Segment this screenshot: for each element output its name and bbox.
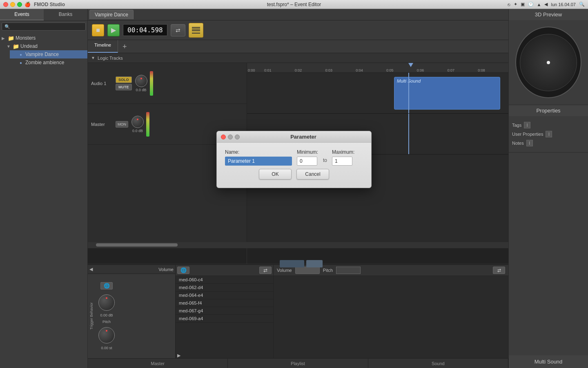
playhead-triangle xyxy=(408,63,413,67)
loop-button[interactable]: ⇄ xyxy=(171,24,185,36)
time-display: 00:04.598 xyxy=(123,24,167,36)
cancel-button[interactable]: Cancel xyxy=(296,169,329,180)
mon-button[interactable]: MON xyxy=(116,121,128,128)
dialog-close[interactable] xyxy=(221,135,226,139)
playlist-loop-btn[interactable]: ⇄ xyxy=(259,267,272,274)
volume-knob[interactable] xyxy=(135,75,147,87)
close-button[interactable] xyxy=(3,2,8,7)
minimize-button[interactable] xyxy=(10,2,15,7)
ruler-tick-8: 0:08 xyxy=(478,68,508,72)
dialog-maximize[interactable] xyxy=(235,135,240,139)
dialog-minimize[interactable] xyxy=(228,135,233,139)
search-icon[interactable]: 🔍 xyxy=(579,2,585,7)
left-panel: Events Banks ▶ 📁 Monsters ▼ 📁 Undead xyxy=(0,9,88,368)
search-input[interactable] xyxy=(2,22,86,31)
add-tab-button[interactable]: + xyxy=(118,40,131,53)
playhead-line xyxy=(408,73,409,113)
properties-section: Properties Tags I User Properties I Note… xyxy=(509,105,588,153)
playlist-item[interactable]: med-060-c4 xyxy=(176,276,273,284)
glob-button[interactable]: 🌐 xyxy=(100,282,113,289)
audio1-controls: SOLO MUTE xyxy=(116,76,132,90)
dialog-fields: Name: Minimum: to Maximum: xyxy=(225,149,363,166)
clock-icon: 🕐 xyxy=(528,2,534,7)
play-button[interactable]: ▶ xyxy=(107,24,120,36)
minimum-input[interactable] xyxy=(297,157,317,166)
tags-icon[interactable]: I xyxy=(524,122,530,128)
title-bar: 🍎FMOD Studio test.fspro* – Event Editor … xyxy=(0,0,588,9)
main-area: Vampire Dance ■ ▶ 00:04.598 ⇄ Timeline + xyxy=(88,9,508,368)
volume-section-label: Volume xyxy=(158,267,174,272)
volume-control-knob[interactable] xyxy=(98,294,115,311)
sound-bottom-label: Sound xyxy=(368,359,508,368)
playlist-item[interactable]: med-067-g4 xyxy=(176,307,273,315)
ok-button[interactable]: OK xyxy=(259,169,292,180)
menu-bar-icons: ⎋ ✦ ▣ 🕐 ▲ ◀ lun 16.04.07 🔍 xyxy=(508,2,585,7)
timeline-tab[interactable]: Timeline xyxy=(88,40,118,53)
bottom-panel: ◀ Volume Trigger Behavior 🌐 0.00 dB Pitc… xyxy=(88,264,508,358)
tree-item-monsters[interactable]: ▶ 📁 Monsters xyxy=(0,34,87,42)
time-display: lun 16.04.07 xyxy=(551,2,576,7)
logic-tracks-label: Logic Tracks xyxy=(98,56,123,61)
tags-row: Tags I xyxy=(512,122,585,128)
pitch-control-knob[interactable] xyxy=(98,327,115,343)
grid-button[interactable] xyxy=(189,23,203,38)
tree-item-vampire-dance[interactable]: ● Vampire Dance xyxy=(10,50,87,58)
tab-events[interactable]: Events xyxy=(0,9,44,20)
maximum-input[interactable] xyxy=(332,157,352,166)
transport-bar: ■ ▶ 00:04.598 ⇄ xyxy=(88,20,508,40)
hscroll-thumb[interactable] xyxy=(96,243,178,247)
editor-tab-bar: Vampire Dance xyxy=(88,9,508,20)
preview-section: 3D Preview xyxy=(509,9,588,105)
stop-button[interactable]: ■ xyxy=(92,24,104,36)
editor-tab-vampire-dance[interactable]: Vampire Dance xyxy=(89,10,134,19)
ruler-tick-2: 0:02 xyxy=(295,68,325,72)
3d-preview-circle[interactable] xyxy=(515,27,581,98)
user-props-row: User Properties I xyxy=(512,131,585,137)
maximize-button[interactable] xyxy=(17,2,22,7)
knob-indicator xyxy=(140,78,142,79)
playlist-item[interactable]: med-065-f4 xyxy=(176,299,273,307)
notes-icon[interactable]: I xyxy=(526,140,533,146)
multi-sound-clip[interactable]: Multi Sound xyxy=(394,77,500,110)
sound-loop-btn[interactable]: ⇄ xyxy=(493,267,505,274)
collapse-button[interactable]: ◀ xyxy=(89,267,93,272)
name-label: Name: xyxy=(225,149,292,155)
ruler-tick-7: 0:07 xyxy=(447,68,478,72)
playlist-item[interactable]: med-064-e4 xyxy=(176,292,273,299)
knob-indicator xyxy=(137,119,138,120)
timeline-header: Timeline + xyxy=(88,40,508,53)
tree-item-undead[interactable]: ▼ 📁 Undead xyxy=(5,42,87,50)
tree-item-zombie-ambience[interactable]: ● Zombie ambience xyxy=(10,58,87,67)
hscroll-bar[interactable] xyxy=(88,242,508,248)
to-label: to xyxy=(323,149,327,163)
tab-banks[interactable]: Banks xyxy=(44,9,87,20)
dialog-titlebar: Parameter xyxy=(217,131,371,143)
playlist-item[interactable]: med-069-a4 xyxy=(176,315,273,323)
window-controls[interactable] xyxy=(3,2,22,7)
solo-button[interactable]: SOLO xyxy=(116,76,132,83)
playlist-glob-btn[interactable]: 🌐 xyxy=(177,267,189,274)
right-panel: 3D Preview Properties Tags I User Proper… xyxy=(508,9,588,368)
name-input[interactable] xyxy=(225,157,292,166)
preview-title: 3D Preview xyxy=(509,9,588,20)
ruler-tick-4: 0:04 xyxy=(356,68,386,72)
master-label: Master xyxy=(91,122,116,127)
pitch-st: 0.00 st xyxy=(101,346,112,350)
mini-clip-1 xyxy=(280,260,304,267)
sound-area: Volume Pitch ⇄ xyxy=(274,265,508,358)
bottom-volume-section: ◀ Volume Trigger Behavior 🌐 0.00 dB Pitc… xyxy=(88,265,176,358)
parameter-dialog[interactable]: Parameter Name: Minimum: to Maximum: xyxy=(216,131,372,188)
notes-label: Notes xyxy=(512,141,524,146)
search-bar xyxy=(0,21,87,32)
playlist-item[interactable]: med-062-d4 xyxy=(176,284,273,292)
sound-volume-input[interactable] xyxy=(295,267,320,274)
dialog-window-controls[interactable] xyxy=(221,135,240,139)
maximum-field: Maximum: xyxy=(332,149,354,166)
master-knob[interactable] xyxy=(131,116,144,128)
playlist-scroll-arrow[interactable]: ▶ xyxy=(176,353,182,358)
playhead-line-master xyxy=(408,114,409,154)
user-props-icon[interactable]: I xyxy=(546,131,552,137)
mute-button[interactable]: MUTE xyxy=(116,84,132,90)
sound-pitch-input[interactable] xyxy=(336,267,361,274)
tags-label: Tags xyxy=(512,123,521,128)
